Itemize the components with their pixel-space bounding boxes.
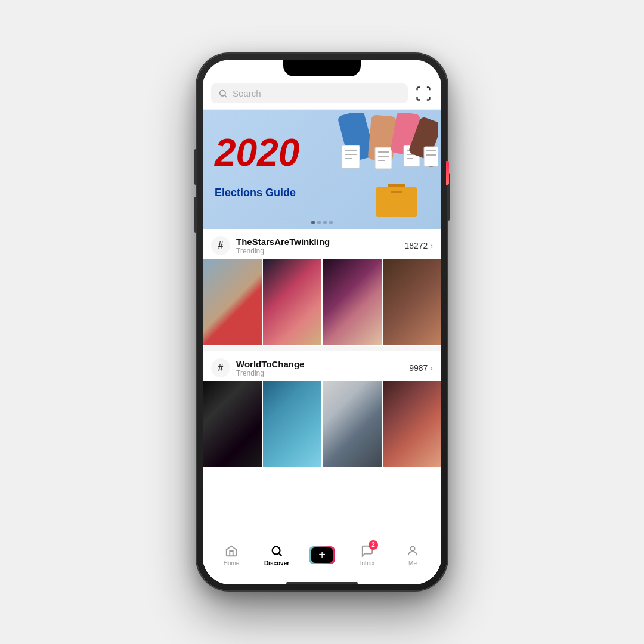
nav-item-me[interactable]: Me (390, 544, 435, 566)
svg-point-27 (410, 546, 414, 550)
nav-item-create[interactable]: + (299, 546, 345, 564)
profile-icon (405, 544, 420, 558)
phone-accent (446, 161, 449, 185)
trending-header-1[interactable]: # TheStarsAreTwinkling Trending 18272 › (203, 229, 441, 259)
nav-item-discover[interactable]: Discover (254, 544, 299, 566)
dot-3 (323, 221, 327, 224)
trending-count-1: 18272 › (404, 241, 433, 250)
banner-year: 2020 (215, 134, 299, 172)
section-divider (203, 346, 441, 351)
nav-item-home[interactable]: Home (209, 544, 254, 566)
dot-2 (317, 221, 321, 224)
nav-label-discover: Discover (264, 560, 289, 566)
trending-section-2: # WorldToChange Trending 9987 › (203, 351, 441, 469)
discover-icon (270, 544, 284, 558)
trending-header-2[interactable]: # WorldToChange Trending 9987 › (203, 351, 441, 381)
svg-point-25 (273, 546, 280, 554)
hashtag-icon-2: # (211, 358, 230, 377)
trending-count-2: 9987 › (409, 363, 433, 373)
trending-section-1: # TheStarsAreTwinkling Trending 18272 › (203, 229, 441, 346)
create-button[interactable]: + (309, 546, 335, 564)
scroll-area[interactable]: 2020 Elections Guide (203, 110, 441, 537)
count-value-1: 18272 (404, 241, 428, 250)
grid-img-1-3[interactable] (323, 259, 382, 345)
screen-notch (283, 60, 361, 76)
ballot-box (376, 187, 417, 217)
search-bar: Search (203, 76, 441, 110)
scan-button[interactable] (414, 84, 433, 103)
screen-content: Search 2020 Elections Guide (203, 76, 441, 584)
plus-btn-inner: + (311, 547, 333, 563)
svg-rect-22 (424, 147, 438, 166)
phone-screen: Search 2020 Elections Guide (203, 60, 441, 584)
scan-icon (415, 85, 432, 102)
image-grid-2 (203, 381, 441, 469)
nav-label-me: Me (408, 560, 417, 566)
grid-img-1-1[interactable] (203, 259, 262, 345)
hashtag-icon-1: # (211, 236, 230, 255)
nav-item-inbox[interactable]: 2 Inbox (345, 544, 390, 566)
trending-info-2: WorldToChange Trending (236, 359, 403, 377)
svg-line-1 (225, 95, 227, 97)
svg-rect-10 (375, 147, 392, 169)
search-placeholder-text: Search (233, 88, 261, 98)
banner-subtitle: Elections Guide (215, 187, 296, 199)
banner-dots (311, 221, 333, 224)
dot-4 (329, 221, 333, 224)
ballot-slot (391, 191, 402, 193)
count-value-2: 9987 (409, 363, 428, 373)
grid-img-2-1[interactable] (203, 381, 262, 467)
grid-img-2-4[interactable] (383, 381, 442, 467)
grid-img-1-4[interactable] (383, 259, 442, 345)
search-icon (218, 89, 228, 98)
inbox-badge: 2 (369, 540, 378, 550)
dot-1 (311, 221, 315, 224)
phone-wrapper: Search 2020 Elections Guide (197, 54, 447, 590)
nav-label-home: Home (224, 560, 240, 566)
grid-img-1-2[interactable] (263, 259, 322, 345)
trending-tag-1: TheStarsAreTwinkling (236, 237, 398, 247)
svg-point-0 (220, 90, 225, 95)
home-icon (224, 544, 239, 558)
home-bar (286, 582, 358, 584)
chevron-icon-2: › (430, 363, 433, 373)
chevron-icon-1: › (430, 241, 433, 250)
image-grid-1 (203, 259, 441, 346)
bottom-nav: Home Discover + (203, 537, 441, 578)
trending-info-1: TheStarsAreTwinkling Trending (236, 237, 398, 255)
svg-line-26 (279, 553, 281, 556)
search-input-wrap[interactable]: Search (211, 83, 408, 103)
svg-rect-4 (342, 145, 360, 168)
trending-tag-2: WorldToChange (236, 359, 403, 369)
trending-label-1: Trending (236, 247, 398, 255)
nav-label-inbox: Inbox (360, 560, 374, 566)
inbox-wrap: 2 (360, 544, 374, 558)
grid-img-2-2[interactable] (263, 381, 322, 467)
grid-img-2-3[interactable] (323, 381, 382, 467)
trending-label-2: Trending (236, 369, 403, 377)
elections-banner[interactable]: 2020 Elections Guide (203, 110, 441, 229)
